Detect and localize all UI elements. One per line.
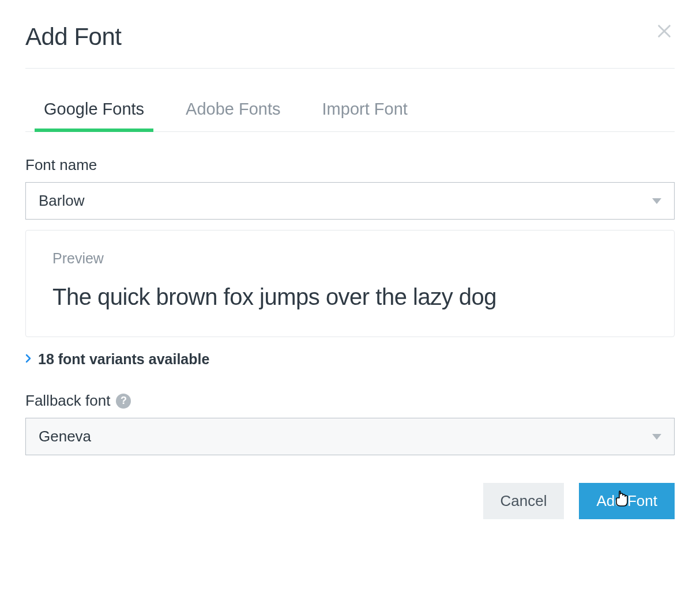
font-variants-text: 18 font variants available bbox=[38, 351, 209, 368]
fallback-font-value: Geneva bbox=[39, 428, 91, 445]
fallback-font-select[interactable]: Geneva bbox=[25, 418, 675, 455]
tabs: Google Fonts Adobe Fonts Import Font bbox=[25, 92, 675, 132]
font-name-label: Font name bbox=[25, 156, 675, 174]
svg-marker-3 bbox=[652, 434, 661, 440]
fallback-font-label-text: Fallback font bbox=[25, 392, 110, 410]
close-icon bbox=[656, 31, 672, 41]
tab-adobe-fonts[interactable]: Adobe Fonts bbox=[176, 92, 289, 131]
tab-import-font[interactable]: Import Font bbox=[313, 92, 417, 131]
font-name-select[interactable]: Barlow bbox=[25, 182, 675, 220]
tab-label: Adobe Fonts bbox=[186, 100, 280, 118]
close-button[interactable] bbox=[654, 21, 675, 44]
cancel-button[interactable]: Cancel bbox=[483, 483, 564, 519]
fallback-font-label: Fallback font ? bbox=[25, 392, 675, 410]
dialog-title: Add Font bbox=[25, 23, 121, 51]
add-font-button[interactable]: Add Font bbox=[579, 483, 675, 519]
font-name-value: Barlow bbox=[39, 192, 84, 210]
caret-down-icon bbox=[652, 196, 661, 206]
chevron-right-icon bbox=[25, 354, 31, 365]
tab-google-fonts[interactable]: Google Fonts bbox=[35, 92, 153, 131]
font-variants-toggle[interactable]: 18 font variants available bbox=[25, 351, 675, 368]
svg-marker-2 bbox=[652, 198, 661, 204]
preview-text: The quick brown fox jumps over the lazy … bbox=[52, 284, 648, 310]
help-icon[interactable]: ? bbox=[116, 394, 131, 409]
preview-label: Preview bbox=[52, 250, 648, 267]
dialog-header: Add Font bbox=[25, 23, 675, 69]
tab-label: Import Font bbox=[322, 100, 408, 118]
caret-down-icon bbox=[652, 432, 661, 442]
tab-label: Google Fonts bbox=[44, 100, 144, 118]
preview-box: Preview The quick brown fox jumps over t… bbox=[25, 230, 675, 337]
dialog-footer: Cancel Add Font bbox=[25, 483, 675, 519]
